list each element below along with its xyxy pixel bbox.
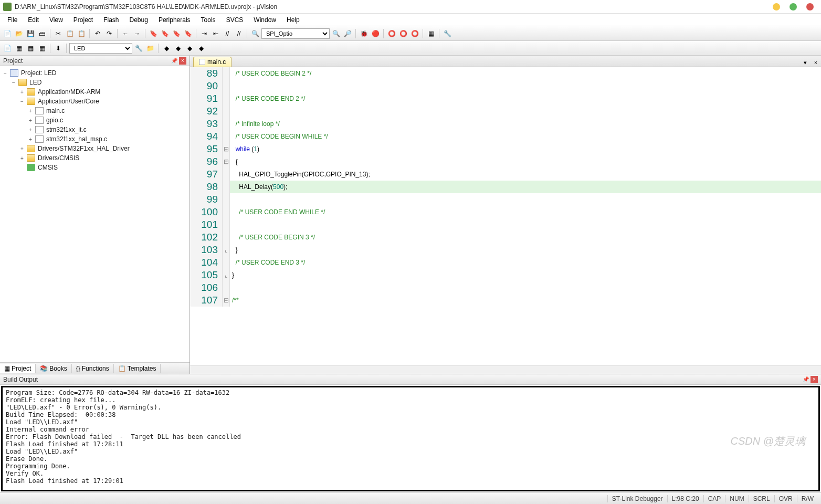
cmsis-icon [27, 164, 35, 171]
new-file-icon[interactable]: 📄 [2, 28, 13, 39]
folder-icon [27, 98, 35, 105]
configure-icon[interactable]: 🔧 [442, 28, 452, 39]
tree-item[interactable]: +stm32f1xx_it.c [1, 125, 188, 134]
comment-icon[interactable]: // [222, 28, 233, 39]
project-tab-templates[interactable]: 📋Templates [114, 364, 161, 373]
title-bar: D:\ARM_Linux\STM32\Program\STM32F103C8T6… [0, 0, 821, 14]
indent-icon[interactable]: ⇥ [199, 28, 209, 39]
menu-project[interactable]: Project [68, 15, 98, 25]
menu-help[interactable]: Help [281, 15, 305, 25]
panel-pin-icon[interactable]: 📌 [171, 57, 178, 65]
file-icon [35, 126, 44, 133]
find-icon[interactable]: 🔍 [250, 28, 260, 39]
editor-dropdown-icon[interactable]: ▾ [801, 58, 809, 67]
menu-debug[interactable]: Debug [124, 15, 153, 25]
tree-item[interactable]: +gpio.c [1, 116, 188, 125]
maximize-button[interactable] [790, 3, 797, 10]
tree-item[interactable]: +Drivers/CMSIS [1, 153, 188, 163]
output-pin-icon[interactable]: 📌 [802, 376, 809, 383]
tree-item[interactable]: +Application/MDK-ARM [1, 87, 188, 97]
nav-fwd-icon[interactable]: → [132, 28, 142, 39]
project-tab-books[interactable]: 📚Books [36, 364, 71, 373]
incremental-find-icon[interactable]: 🔎 [342, 28, 353, 39]
tree-item[interactable]: −Application/User/Core [1, 97, 188, 106]
editor-close-icon[interactable]: × [812, 58, 820, 67]
menu-peripherals[interactable]: Peripherals [153, 15, 196, 25]
translate-icon[interactable]: 📄 [2, 43, 13, 54]
window-title: D:\ARM_Linux\STM32\Program\STM32F103C8T6… [15, 3, 773, 10]
pack-install-icon[interactable]: ◆ [196, 43, 206, 54]
batch-build-icon[interactable]: ▦ [37, 43, 47, 54]
undo-icon[interactable]: ↶ [92, 28, 103, 39]
menu-window[interactable]: Window [248, 15, 281, 25]
bookmark-next-icon[interactable]: 🔖 [171, 28, 182, 39]
bookmark-clear-icon[interactable]: 🔖 [183, 28, 193, 39]
build-output-text[interactable]: Program Size: Code=2776 RO-data=304 RW-d… [1, 386, 820, 491]
tree-item[interactable]: +Drivers/STM32F1xx_HAL_Driver [1, 144, 188, 153]
rebuild-icon[interactable]: ▦ [25, 43, 36, 54]
project-tab-project[interactable]: ▦Project [0, 364, 36, 373]
bookmark-prev-icon[interactable]: 🔖 [160, 28, 170, 39]
project-tab-functions[interactable]: {}Functions [72, 364, 114, 373]
outdent-icon[interactable]: ⇤ [210, 28, 221, 39]
output-close-icon[interactable]: × [811, 376, 818, 383]
open-file-icon[interactable]: 📂 [14, 28, 24, 39]
uncomment-icon[interactable]: // [234, 28, 244, 39]
status-ovr: OVR [774, 495, 797, 502]
status-scrl: SCRL [749, 495, 774, 502]
download-icon[interactable]: ⬇ [53, 43, 64, 54]
panel-close-icon[interactable]: × [179, 57, 186, 65]
project-tree[interactable]: − Project: LED −LED+Application/MDK-ARM−… [0, 66, 190, 362]
save-icon[interactable]: 💾 [25, 28, 36, 39]
horizontal-scrollbar[interactable] [190, 365, 821, 374]
save-all-icon[interactable]: 🗃 [37, 28, 47, 39]
redo-icon[interactable]: ↷ [104, 28, 114, 39]
menu-svcs[interactable]: SVCS [221, 15, 249, 25]
build-output-title: Build Output [3, 376, 38, 383]
copy-icon[interactable]: 📋 [65, 28, 75, 39]
project-panel-title: Project [3, 57, 23, 65]
code-editor[interactable]: 89 /* USER CODE BEGIN 2 */90 91 /* USER … [190, 67, 821, 365]
select-pack-icon[interactable]: ◆ [184, 43, 195, 54]
status-bar: ST-Link Debugger L:98 C:20 CAP NUM SCRL … [0, 492, 821, 504]
menu-file[interactable]: File [2, 15, 23, 25]
paste-icon[interactable]: 📋 [76, 28, 87, 39]
build-icon[interactable]: ▦ [14, 43, 24, 54]
build-output-header: Build Output 📌 × [0, 374, 821, 385]
project-panel: Project 📌 × − Project: LED −LED+Applicat… [0, 56, 190, 374]
manage-rte-icon[interactable]: ◆ [173, 43, 183, 54]
find-in-files-icon[interactable]: 🔍 [331, 28, 341, 39]
menu-tools[interactable]: Tools [196, 15, 221, 25]
breakpoint-kill-icon[interactable]: ⭕ [409, 28, 420, 39]
breakpoint-enable-icon[interactable]: ⭕ [386, 28, 397, 39]
tree-item[interactable]: CMSIS [1, 163, 188, 172]
editor-tab-main-c[interactable]: main.c [193, 57, 231, 67]
file-icon [35, 117, 44, 124]
close-button[interactable] [806, 3, 814, 10]
options-icon[interactable]: 🔧 [133, 43, 144, 54]
tree-root[interactable]: − Project: LED [1, 68, 188, 78]
project-panel-header: Project 📌 × [0, 56, 190, 66]
menu-edit[interactable]: Edit [23, 15, 44, 25]
target-options-icon[interactable]: 📁 [145, 43, 155, 54]
window-layout-icon[interactable]: ▦ [426, 28, 436, 39]
tree-item[interactable]: −LED [1, 78, 188, 87]
tree-item[interactable]: +main.c [1, 106, 188, 116]
target-combo[interactable]: LED [69, 43, 132, 54]
nav-back-icon[interactable]: ← [120, 28, 131, 39]
minimize-button[interactable] [773, 3, 780, 10]
find-combo[interactable]: SPI_Optio [261, 28, 330, 39]
manage-icon[interactable]: ◆ [161, 43, 172, 54]
menu-flash[interactable]: Flash [98, 15, 124, 25]
breakpoint-disable-icon[interactable]: ⭕ [398, 28, 408, 39]
debug-icon[interactable]: 🐞 [359, 28, 369, 39]
menu-view[interactable]: View [44, 15, 68, 25]
breakpoint-insert-icon[interactable]: 🔴 [370, 28, 381, 39]
bookmark-icon[interactable]: 🔖 [148, 28, 159, 39]
editor-tabs: main.c ▾ × [190, 56, 821, 67]
cut-icon[interactable]: ✂ [53, 28, 64, 39]
tree-item[interactable]: +stm32f1xx_hal_msp.c [1, 134, 188, 144]
main-toolbar: 📄 📂 💾 🗃 ✂ 📋 📋 ↶ ↷ ← → 🔖 🔖 🔖 🔖 ⇥ ⇤ // // … [0, 26, 821, 41]
menu-bar: FileEditViewProjectFlashDebugPeripherals… [0, 14, 821, 26]
status-caps: CAP [703, 495, 725, 502]
